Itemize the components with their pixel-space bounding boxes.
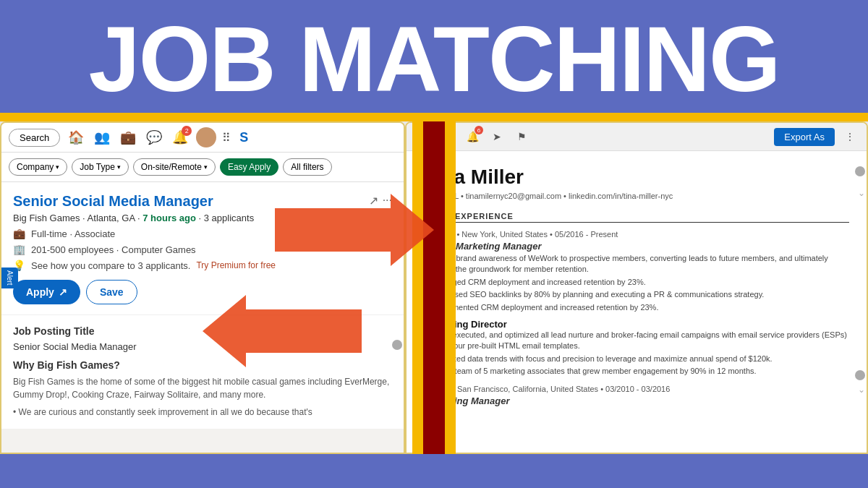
job-detail-employment: 💼 Full-time · Associate: [13, 228, 392, 239]
resume-name: Tina Miller: [424, 166, 849, 189]
people-icon[interactable]: 👥: [92, 127, 112, 147]
briefcase-icon[interactable]: 💼: [118, 127, 138, 147]
tool-notification-badge: 6: [475, 126, 483, 134]
company-marketing-dir: Marketing Director: [424, 319, 849, 330]
notification-tool-icon[interactable]: 🔔 6: [463, 127, 482, 146]
job-title-google: Marketing Manager: [424, 395, 849, 406]
alert-label: Alert: [6, 270, 14, 286]
job-entry-google: Google • San Francisco, California, Unit…: [424, 383, 849, 406]
hero-title: JOB MATCHING: [0, 13, 868, 106]
expand-icon-bottom[interactable]: ⌄: [858, 385, 865, 395]
send-icon[interactable]: ➤: [488, 127, 506, 146]
share-icon[interactable]: ↗: [369, 194, 378, 207]
center-dark-bar: [423, 121, 445, 454]
avatar[interactable]: [196, 127, 216, 147]
job-description-text: Big Fish Games is the home of some of th…: [13, 375, 392, 401]
posting-title-value: Senior Social Media Manager: [13, 341, 392, 352]
chevron-down-icon: ▾: [117, 163, 121, 171]
chevron-down-icon: ▾: [204, 163, 208, 171]
notification-badge: 2: [182, 126, 192, 136]
resume-content: Tina Miller Miami, FL • tinamilernyc20@g…: [407, 151, 867, 449]
gold-separator: [0, 113, 868, 121]
bullet-wework-3: Increased SEO backlinks by 80% by planni…: [433, 289, 849, 300]
resume-toolbar: 📄 📍 🔔 6 ➤ ⚑ Export As ⋮: [407, 123, 867, 151]
search-button[interactable]: Search: [9, 129, 60, 147]
all-filters-button[interactable]: All filters: [283, 158, 331, 176]
scroll-handle-top[interactable]: [392, 340, 402, 350]
bullet-mdir-3: Led a team of 5 marketing associates tha…: [433, 366, 849, 377]
job-entry-marketing-dir: Marketing Director Built, executed, and …: [424, 319, 849, 377]
apply-button[interactable]: Apply ↗: [13, 280, 80, 304]
expand-icon-top[interactable]: ⌄: [858, 188, 865, 198]
job-entry-wework: WeWork • New York, United States • 05/20…: [424, 228, 849, 313]
job-company: Big Fish Games · Atlanta, GA · 7 hours a…: [13, 213, 392, 223]
job-title-row: Senior Social Media Manager ↗ ···: [13, 192, 392, 210]
job-title[interactable]: Senior Social Media Manager: [13, 192, 213, 210]
job-description: Job Posting Title Senior Social Media Ma…: [1, 315, 404, 429]
flag-icon[interactable]: ⚑: [512, 127, 531, 146]
hero-section: JOB MATCHING: [0, 0, 868, 113]
brand-initial: S: [239, 130, 248, 145]
job-title-wework: Senior Marketing Manager: [424, 241, 849, 252]
grid-icon[interactable]: ⠿: [222, 131, 231, 145]
alert-toggle[interactable]: Alert: [1, 267, 18, 288]
job-type-filter[interactable]: Job Type ▾: [72, 158, 128, 176]
job-action-buttons: Apply ↗ Save: [13, 280, 392, 304]
briefcase-small-icon: 💼: [13, 228, 25, 239]
messaging-icon[interactable]: 💬: [144, 127, 164, 147]
linkedin-nav: Search 🏠 👥 💼 💬 🔔 2 ⠿ S: [1, 123, 404, 153]
job-detail-compare: 💡 See how you compare to 3 applicants. T…: [13, 260, 392, 271]
filter-bar: Company ▾ Job Type ▾ On-site/Remote ▾ Ea…: [1, 153, 404, 182]
bullet-wework-4: Implemented CRM deployment and increased…: [433, 302, 849, 313]
job-listing: Senior Social Media Manager ↗ ··· Big Fi…: [1, 182, 404, 315]
company-google: Google • San Francisco, California, Unit…: [424, 383, 849, 394]
bullet-mdir-1: Built, executed, and optimized all lead …: [433, 330, 849, 352]
why-section: Why Big Fish Games?: [13, 359, 392, 371]
chevron-down-icon: ▾: [56, 163, 59, 171]
linkedin-panel: Alert Search 🏠 👥 💼 💬 🔔 2 ⠿ S Company ▾: [0, 121, 405, 454]
more-tool-icon[interactable]: ⋮: [841, 127, 859, 146]
more-icon[interactable]: ···: [383, 194, 392, 207]
job-bullet: • We are curious and constantly seek imp…: [13, 406, 392, 419]
bullet-mdir-2: Analyzed data trends with focus and prec…: [433, 354, 849, 364]
save-button[interactable]: Save: [86, 280, 137, 304]
premium-link[interactable]: Try Premium for free: [196, 260, 276, 270]
main-content: Alert Search 🏠 👥 💼 💬 🔔 2 ⠿ S Company ▾: [0, 121, 868, 454]
resume-scroll-bottom[interactable]: [855, 370, 865, 380]
notifications-icon[interactable]: 🔔 2: [170, 127, 190, 147]
bullet-wework-2: Managed CRM deployment and increased ret…: [433, 277, 849, 288]
export-button[interactable]: Export As: [774, 128, 835, 146]
home-icon[interactable]: 🏠: [66, 127, 86, 147]
onsite-filter[interactable]: On-site/Remote ▾: [133, 158, 216, 176]
easy-apply-filter[interactable]: Easy Apply: [220, 158, 278, 176]
work-experience-title: WORK EXPERIENCE: [424, 212, 849, 223]
posting-title-section: Job Posting Title: [13, 325, 392, 337]
job-detail-company-size: 🏢 201-500 employees · Computer Games: [13, 244, 392, 255]
external-link-icon: ↗: [59, 286, 67, 298]
bullet-wework-1: Drove brand awareness of WeWork to prosp…: [433, 253, 849, 275]
job-actions-icons: ↗ ···: [369, 194, 392, 207]
resume-panel: 📄 📍 🔔 6 ➤ ⚑ Export As ⋮ Tina Miller Miam…: [405, 121, 868, 454]
resume-scroll-top[interactable]: [855, 166, 865, 176]
company-wework: WeWork • New York, United States • 05/20…: [424, 228, 849, 239]
company-filter[interactable]: Company ▾: [9, 158, 67, 176]
resume-contact: Miami, FL • tinamilernyc20@gmail.com • l…: [424, 192, 849, 200]
building-icon: 🏢: [13, 244, 25, 255]
